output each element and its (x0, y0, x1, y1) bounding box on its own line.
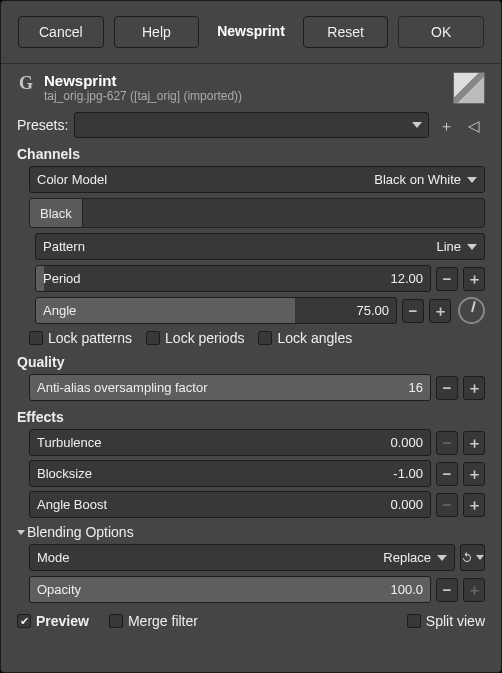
blending-group: Mode Replace Opacity 100.0 − ＋ (29, 544, 485, 603)
angleboost-value: 0.000 (390, 497, 423, 512)
blocksize-label: Blocksize (37, 466, 393, 481)
angleboost-decrement: − (436, 493, 458, 517)
effects-heading: Effects (17, 409, 485, 425)
effects-group: Turbulence 0.000 − ＋ Blocksize -1.00 − ＋… (29, 429, 485, 518)
lock-periods-check[interactable]: Lock periods (146, 330, 244, 346)
aa-decrement[interactable]: − (436, 376, 458, 400)
period-label: Period (43, 271, 390, 286)
help-button[interactable]: Help (114, 16, 200, 48)
period-increment[interactable]: ＋ (463, 267, 485, 291)
action-button-row: Cancel Help Newsprint Reset OK (1, 1, 501, 64)
quality-heading: Quality (17, 354, 485, 370)
opacity-value: 100.0 (390, 582, 423, 597)
chevron-down-icon (17, 530, 25, 535)
angle-row: Angle 75.00 − ＋ (35, 297, 485, 324)
lock-angles-check[interactable]: Lock angles (258, 330, 352, 346)
opacity-increment: ＋ (463, 578, 485, 602)
chevron-down-icon (437, 555, 447, 561)
blending-label: Blending Options (27, 524, 134, 540)
angle-dial[interactable] (458, 297, 485, 324)
pattern-select[interactable]: Pattern Line (35, 233, 485, 260)
color-model-select[interactable]: Color Model Black on White (29, 166, 485, 193)
mode-value: Replace (383, 550, 431, 565)
mode-label: Mode (37, 550, 383, 565)
pattern-label: Pattern (43, 239, 436, 254)
opacity-label: Opacity (37, 582, 390, 597)
angle-field[interactable]: Angle 75.00 (35, 297, 397, 324)
image-thumbnail[interactable] (453, 72, 485, 104)
opacity-decrement[interactable]: − (436, 578, 458, 602)
angleboost-row: Angle Boost 0.000 − ＋ (29, 491, 485, 518)
chevron-down-icon (467, 177, 477, 183)
blocksize-decrement[interactable]: − (436, 462, 458, 486)
blending-expander[interactable]: Blending Options (17, 524, 485, 540)
split-view-check[interactable]: Split view (407, 613, 485, 629)
channel-tab-black[interactable]: Black (30, 199, 83, 227)
period-field[interactable]: Period 12.00 (35, 265, 431, 292)
dialog-window: Cancel Help Newsprint Reset OK G Newspri… (0, 0, 502, 673)
channel-panel: Pattern Line Period 12.00 − ＋ (35, 233, 485, 324)
period-value: 12.00 (390, 271, 423, 286)
presets-row: Presets: ＋ ◁ (17, 112, 485, 138)
blocksize-value: -1.00 (393, 466, 423, 481)
turbulence-decrement: − (436, 431, 458, 455)
preview-check[interactable]: Preview (17, 613, 89, 629)
pattern-value: Line (436, 239, 461, 254)
preset-add-button[interactable]: ＋ (435, 114, 457, 136)
presets-combobox[interactable] (74, 112, 429, 138)
color-model-value: Black on White (374, 172, 461, 187)
header-text: Newsprint taj_orig.jpg-627 ([taj_orig] (… (44, 72, 444, 103)
ok-button[interactable]: OK (398, 16, 484, 48)
presets-label: Presets: (17, 117, 68, 133)
reset-button[interactable]: Reset (303, 16, 389, 48)
filter-title: Newsprint (44, 72, 444, 89)
channel-tabs: Black (29, 198, 485, 228)
chevron-down-icon (412, 122, 422, 128)
aa-field[interactable]: Anti-alias oversampling factor 16 (29, 374, 431, 401)
angle-decrement[interactable]: − (402, 299, 424, 323)
blocksize-increment[interactable]: ＋ (463, 462, 485, 486)
mode-select[interactable]: Mode Replace (29, 544, 455, 571)
angle-label: Angle (43, 303, 356, 318)
header: G Newsprint taj_orig.jpg-627 ([taj_orig]… (17, 72, 485, 104)
aa-label: Anti-alias oversampling factor (37, 380, 409, 395)
turbulence-label: Turbulence (37, 435, 390, 450)
color-model-label: Color Model (37, 172, 374, 187)
breadcrumb-current: Newsprint (209, 16, 293, 48)
period-decrement[interactable]: − (436, 267, 458, 291)
turbulence-row: Turbulence 0.000 − ＋ (29, 429, 485, 456)
turbulence-field[interactable]: Turbulence 0.000 (29, 429, 431, 456)
blocksize-field[interactable]: Blocksize -1.00 (29, 460, 431, 487)
turbulence-value: 0.000 (390, 435, 423, 450)
dialog-content: G Newsprint taj_orig.jpg-627 ([taj_orig]… (1, 64, 501, 672)
reset-icon (461, 551, 473, 564)
preset-manage-button[interactable]: ◁ (463, 114, 485, 136)
image-path: taj_orig.jpg-627 ([taj_orig] (imported)) (44, 89, 444, 103)
opacity-field[interactable]: Opacity 100.0 (29, 576, 431, 603)
lock-patterns-check[interactable]: Lock patterns (29, 330, 132, 346)
opacity-row: Opacity 100.0 − ＋ (29, 576, 485, 603)
mode-menu-button[interactable] (460, 544, 485, 571)
channels-heading: Channels (17, 146, 485, 162)
chevron-down-icon (476, 555, 484, 560)
mode-row: Mode Replace (29, 544, 485, 571)
chevron-down-icon (467, 244, 477, 250)
angleboost-field[interactable]: Angle Boost 0.000 (29, 491, 431, 518)
aa-increment[interactable]: ＋ (463, 376, 485, 400)
merge-filter-check[interactable]: Merge filter (109, 613, 198, 629)
angleboost-increment[interactable]: ＋ (463, 493, 485, 517)
channels-group: Color Model Black on White Black Pattern… (29, 166, 485, 346)
gimp-logo-icon: G (17, 74, 35, 92)
blocksize-row: Blocksize -1.00 − ＋ (29, 460, 485, 487)
lock-checks-row: Lock patterns Lock periods Lock angles (29, 330, 485, 346)
aa-row: Anti-alias oversampling factor 16 − ＋ (29, 374, 485, 401)
aa-value: 16 (409, 380, 423, 395)
period-row: Period 12.00 − ＋ (35, 265, 485, 292)
turbulence-increment[interactable]: ＋ (463, 431, 485, 455)
angleboost-label: Angle Boost (37, 497, 390, 512)
cancel-button[interactable]: Cancel (18, 16, 104, 48)
angle-value: 75.00 (356, 303, 389, 318)
angle-increment[interactable]: ＋ (429, 299, 451, 323)
footer-checks: Preview Merge filter Split view (17, 613, 485, 629)
